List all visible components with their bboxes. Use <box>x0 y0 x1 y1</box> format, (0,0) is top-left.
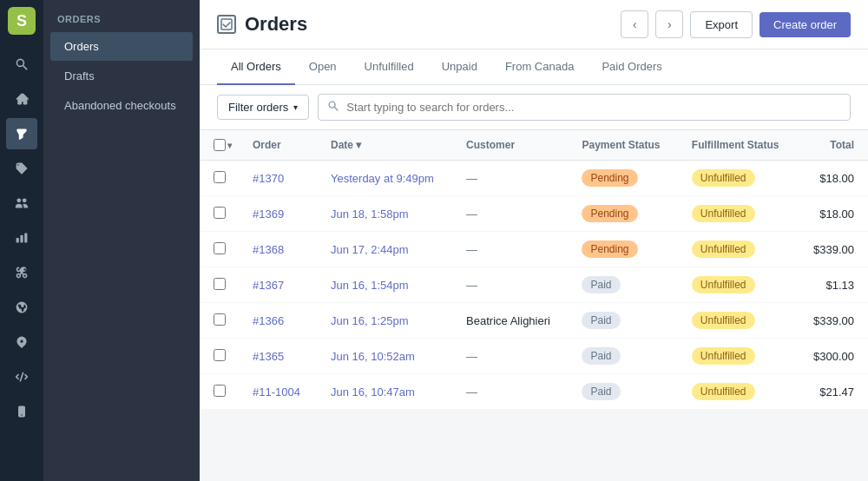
table-row: #1365 Jun 16, 10:52am — Paid Unfulfilled… <box>200 339 868 374</box>
select-all-checkbox[interactable] <box>214 139 226 151</box>
order-link[interactable]: #1366 <box>253 314 284 327</box>
payment-status-cell: Pending <box>568 161 677 196</box>
search-box <box>318 94 851 121</box>
tag-nav-icon[interactable] <box>6 153 37 184</box>
table-row: #1367 Jun 16, 1:54pm — Paid Unfulfilled … <box>200 267 868 303</box>
row-checkbox[interactable] <box>214 207 226 219</box>
total-cell: $339.00 <box>797 303 868 339</box>
next-button[interactable]: › <box>655 10 683 38</box>
fulfillment-status-cell: Unfulfilled <box>678 161 797 196</box>
fulfillment-status-cell: Unfulfilled <box>678 267 797 303</box>
table-row: #11-1004 Jun 16, 10:47am — Paid Unfulfil… <box>200 374 868 410</box>
payment-status-cell: Paid <box>568 267 677 303</box>
payment-status-cell: Pending <box>568 232 677 267</box>
orders-nav-icon[interactable] <box>6 118 37 149</box>
shopify-logo[interactable]: S <box>8 7 36 35</box>
order-link[interactable]: #11-1004 <box>253 385 300 399</box>
payment-status-cell: Paid <box>568 303 677 339</box>
customers-nav-icon[interactable] <box>6 188 37 219</box>
order-number-cell: #1365 <box>239 339 317 374</box>
payment-status-cell: Paid <box>568 339 677 374</box>
row-checkbox[interactable] <box>214 278 226 290</box>
fulfillment-status-badge: Unfulfilled <box>692 240 755 258</box>
row-checkbox[interactable] <box>214 171 226 183</box>
table-row: #1369 Jun 18, 1:58pm — Pending Unfulfill… <box>200 196 868 232</box>
payment-status-badge: Pending <box>582 205 637 222</box>
table-row: #1370 Yesterday at 9:49pm — Pending Unfu… <box>200 161 868 196</box>
globe-nav-icon[interactable] <box>6 292 37 323</box>
main-content: Orders ‹ › Export Create order All Order… <box>200 0 868 481</box>
customer-cell: Beatrice Alighieri <box>452 303 568 339</box>
customer-cell: — <box>452 339 568 374</box>
customer-cell: — <box>452 232 568 267</box>
fulfillment-status-badge: Unfulfilled <box>692 383 755 400</box>
row-checkbox[interactable] <box>214 242 226 254</box>
payment-status-cell: Paid <box>568 374 677 410</box>
row-checkbox[interactable] <box>214 349 226 361</box>
sidebar-item-abandoned[interactable]: Abandoned checkouts <box>50 91 193 120</box>
tab-all-orders[interactable]: All Orders <box>217 49 295 85</box>
order-link[interactable]: #1365 <box>253 350 284 363</box>
page-title-wrap: Orders <box>217 13 307 36</box>
row-checkbox[interactable] <box>214 385 226 397</box>
payment-status-cell: Pending <box>568 196 677 232</box>
customer-cell: — <box>452 374 568 410</box>
page-header: Orders ‹ › Export Create order <box>200 0 868 49</box>
export-button[interactable]: Export <box>690 11 753 38</box>
filters-row: Filter orders ▾ <box>200 85 868 130</box>
th-order: Order <box>239 130 317 161</box>
total-cell: $300.00 <box>797 339 868 374</box>
tab-from-canada[interactable]: From Canada <box>491 49 588 85</box>
search-input[interactable] <box>346 101 841 114</box>
order-link[interactable]: #1370 <box>253 172 284 185</box>
row-checkbox[interactable] <box>214 313 226 326</box>
total-cell: $339.00 <box>797 232 868 267</box>
order-link[interactable]: #1368 <box>253 243 284 256</box>
empty-customer: — <box>466 279 477 292</box>
payment-status-badge: Paid <box>582 383 620 400</box>
empty-customer: — <box>466 243 477 256</box>
date-cell: Jun 16, 10:52am <box>317 339 452 374</box>
fulfillment-status-cell: Unfulfilled <box>678 196 797 232</box>
order-number-cell: #1366 <box>239 303 317 339</box>
mobile-nav-icon[interactable] <box>6 396 37 427</box>
prev-button[interactable]: ‹ <box>621 10 648 38</box>
analytics-nav-icon[interactable] <box>6 222 37 254</box>
row-checkbox-cell <box>200 232 239 267</box>
fulfillment-status-cell: Unfulfilled <box>678 339 797 374</box>
date-cell: Jun 16, 1:54pm <box>317 267 452 303</box>
payment-status-badge: Paid <box>582 312 620 329</box>
row-checkbox-cell <box>200 267 239 303</box>
search-nav-icon[interactable] <box>6 49 37 80</box>
order-link[interactable]: #1367 <box>253 279 284 292</box>
fulfillment-status-badge: Unfulfilled <box>692 169 755 187</box>
location-nav-icon[interactable] <box>6 326 37 358</box>
payment-status-badge: Paid <box>582 276 620 293</box>
checkbox-dropdown-arrow[interactable]: ▾ <box>227 141 232 150</box>
empty-customer: — <box>466 385 477 399</box>
tab-unpaid[interactable]: Unpaid <box>428 49 491 85</box>
th-payment-status: Payment Status <box>568 130 677 161</box>
create-order-button[interactable]: Create order <box>760 12 851 37</box>
home-nav-icon[interactable] <box>6 83 37 115</box>
order-number-cell: #1368 <box>239 232 317 267</box>
customer-cell: — <box>452 161 568 196</box>
th-date[interactable]: Date ▾ <box>317 130 452 161</box>
tab-unfulfilled[interactable]: Unfulfilled <box>351 49 428 85</box>
order-number-cell: #1367 <box>239 267 317 303</box>
code-nav-icon[interactable] <box>6 361 37 392</box>
tab-paid-orders[interactable]: Paid Orders <box>588 49 675 85</box>
order-link[interactable]: #1369 <box>253 208 284 221</box>
sidebar-item-drafts[interactable]: Drafts <box>50 62 193 90</box>
order-number-cell: #1369 <box>239 196 317 232</box>
date-cell: Jun 18, 1:58pm <box>317 196 452 232</box>
filter-orders-button[interactable]: Filter orders ▾ <box>217 95 309 120</box>
row-checkbox-cell <box>200 161 239 196</box>
tab-open[interactable]: Open <box>295 49 351 85</box>
scissors-nav-icon[interactable] <box>6 257 37 288</box>
th-fulfillment-status: Fulfillment Status <box>678 130 797 161</box>
tabs-bar: All Orders Open Unfulfilled Unpaid From … <box>200 49 868 85</box>
filter-label: Filter orders <box>228 101 288 114</box>
customer-cell: — <box>452 196 568 232</box>
sidebar-item-orders[interactable]: Orders <box>50 32 193 61</box>
